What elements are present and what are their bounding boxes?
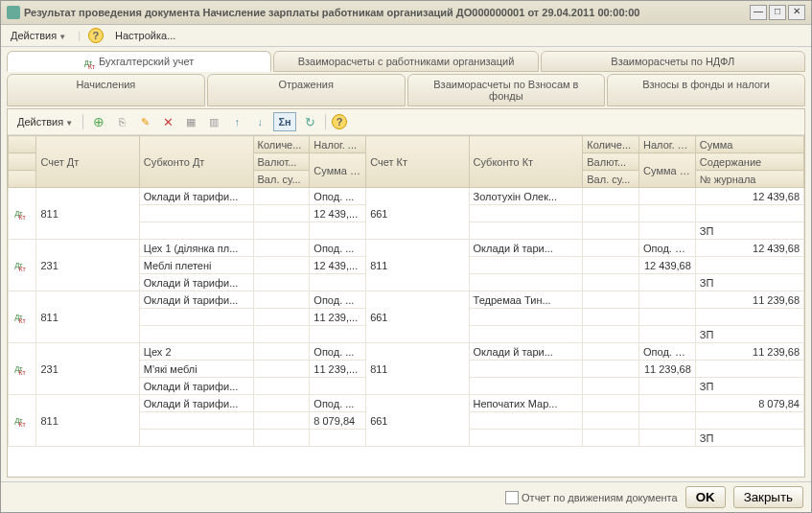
tab-accruals[interactable]: Начисления: [7, 74, 205, 106]
table-row[interactable]: 231Цех 2Опод. ...811Оклади й тари...Опод…: [9, 343, 804, 361]
cell: Тедремаа Тин...: [469, 291, 583, 309]
cell: [253, 361, 310, 378]
close-button[interactable]: ✕: [788, 5, 805, 20]
dtkt-icon: [15, 415, 30, 427]
grid-body: 811Оклади й тарифи...Опод. ...661Золотух…: [9, 188, 804, 447]
cell: [695, 257, 803, 274]
cell: [695, 309, 803, 326]
cell: [639, 412, 696, 430]
h-sum-nu-kt[interactable]: Сумма (н/у) Кт: [639, 153, 696, 188]
delete-button[interactable]: ✕: [158, 112, 177, 131]
h-valsum-kt[interactable]: Вал. су...: [583, 171, 639, 188]
cell: Опод. ...: [310, 395, 366, 412]
cell: 811: [36, 188, 139, 240]
cell: 811: [36, 291, 139, 343]
add-button[interactable]: ⊕: [89, 112, 108, 131]
cell: 811: [366, 343, 469, 395]
cell: 11 239,68: [695, 291, 803, 309]
cell: [9, 395, 36, 447]
cell: [9, 240, 36, 291]
cell: [253, 188, 310, 205]
h-acc-kt[interactable]: Счет Кт: [366, 136, 469, 188]
sigma-button[interactable]: Σн: [273, 112, 296, 131]
refresh-button[interactable]: ↻: [300, 112, 319, 131]
cell: [139, 412, 253, 430]
h-sum-nu-dt[interactable]: Сумма (н/у) Дт: [310, 153, 366, 188]
cell: [253, 395, 310, 412]
dtkt-icon: [15, 312, 30, 323]
table-row[interactable]: 811Оклади й тарифи...Опод. ...661Непочат…: [9, 395, 804, 412]
cell: ЗП: [695, 326, 803, 343]
grid-help-icon[interactable]: ?: [332, 114, 347, 129]
tab-ndfl-settlements[interactable]: Взаиморасчеты по НДФЛ: [541, 51, 805, 72]
cell: [469, 430, 583, 447]
edit-button[interactable]: ✎: [135, 112, 154, 131]
h-sub-kt[interactable]: Субконто Кт: [469, 136, 583, 188]
table-row[interactable]: 231Цех 1 (ділянка пл...Опод. ...811Оклад…: [9, 240, 804, 257]
separator: [82, 114, 83, 129]
report-link[interactable]: Отчет по движениям документа: [505, 491, 678, 504]
cell: 661: [366, 291, 469, 343]
cell: Меблі плетені: [139, 257, 253, 274]
h-curr-dt[interactable]: Валют...: [253, 153, 310, 171]
cell: ЗП: [695, 430, 803, 447]
h-qty-kt[interactable]: Количе...: [583, 136, 639, 153]
h-content[interactable]: Содержание: [695, 153, 803, 171]
h-qty-dt[interactable]: Количе...: [253, 136, 310, 153]
cell: [253, 309, 310, 326]
up-button[interactable]: ↑: [227, 112, 246, 131]
cell: 11 239,68: [695, 343, 803, 361]
down-button[interactable]: ↓: [250, 112, 269, 131]
magnifier-icon: [505, 491, 519, 504]
cell: [469, 309, 583, 326]
cell: [253, 274, 310, 291]
h-sub-dt[interactable]: Субконто Дт: [139, 136, 253, 188]
grid-1-button[interactable]: ▦: [181, 112, 200, 131]
cell: [469, 257, 583, 274]
h-icon[interactable]: [9, 136, 36, 153]
h-tax-dt[interactable]: Налог. ...: [310, 136, 366, 153]
cell: 11 239,...: [310, 309, 366, 326]
table-row[interactable]: 811Оклади й тарифи...Опод. ...661Тедрема…: [9, 291, 804, 309]
cell: 12 439,68: [695, 240, 803, 257]
cell: Оклади й тарифи...: [139, 291, 253, 309]
cell: [639, 395, 696, 412]
copy-button[interactable]: ⎘: [112, 112, 131, 131]
tab-employee-settlements[interactable]: Взаиморасчеты с работниками организаций: [273, 51, 538, 72]
h-tax-kt[interactable]: Налог. назн...: [639, 136, 696, 153]
h-journal[interactable]: № журнала: [695, 171, 803, 188]
grid-toolbar: Действия▼ ⊕ ⎘ ✎ ✕ ▦ ▥ ↑ ↓ Σн ↻ ?: [8, 109, 804, 135]
settings-menu[interactable]: Настройка...: [111, 28, 179, 43]
content-area: Бухгалтерский учет Взаиморасчеты с работ…: [1, 47, 811, 481]
cell: Непочатих Мар...: [469, 395, 583, 412]
tab-funds-settlements[interactable]: Взаиморасчеты по Взносам в фонды: [407, 74, 606, 106]
tab-funds-taxes[interactable]: Взносы в фонды и налоги: [607, 74, 805, 106]
cell: [139, 222, 253, 240]
cell: М'які меблі: [139, 361, 253, 378]
cell: [310, 274, 366, 291]
cell: [9, 188, 36, 240]
cell: [139, 430, 253, 447]
cell: 8 079,84: [310, 412, 366, 430]
h-curr-kt[interactable]: Валют...: [583, 153, 639, 171]
minimize-button[interactable]: —: [750, 5, 767, 20]
close-button-footer[interactable]: Закрыть: [733, 486, 803, 508]
main-window: Результат проведения документа Начислени…: [0, 0, 812, 513]
tab-accounting[interactable]: Бухгалтерский учет: [7, 51, 271, 72]
actions-menu[interactable]: Действия▼: [7, 28, 70, 43]
h-sum[interactable]: Сумма: [695, 136, 803, 153]
grid-scroll[interactable]: Счет Дт Субконто Дт Количе... Налог. ...…: [8, 135, 804, 477]
cell: [583, 343, 639, 361]
maximize-button[interactable]: □: [769, 5, 786, 20]
ok-button[interactable]: OK: [685, 486, 726, 508]
cell: Цех 2: [139, 343, 253, 361]
h-acc-dt[interactable]: Счет Дт: [36, 136, 139, 188]
grid-2-button[interactable]: ▥: [204, 112, 223, 131]
cell: [469, 274, 583, 291]
h-valsum-dt[interactable]: Вал. су...: [253, 171, 310, 188]
plus-icon: ⊕: [93, 114, 104, 129]
help-icon[interactable]: ?: [88, 28, 104, 43]
table-row[interactable]: 811Оклади й тарифи...Опод. ...661Золотух…: [9, 188, 804, 205]
tab-reflections[interactable]: Отражения: [207, 74, 406, 106]
grid-actions-menu[interactable]: Действия▼: [13, 114, 77, 129]
